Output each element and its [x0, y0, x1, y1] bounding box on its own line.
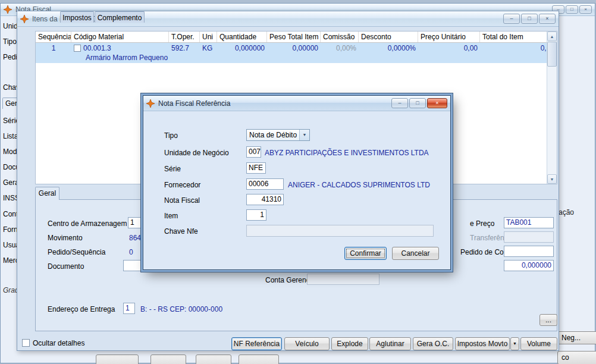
- conta-gerencial-input[interactable]: [307, 274, 379, 285]
- nota-fiscal-referencia-dialog: Nota Fiscal Referência – □ × Tipo Nota d…: [143, 95, 451, 270]
- codigo-value: 00.001.3: [83, 44, 111, 52]
- tabela-preco-input[interactable]: TAB001: [504, 217, 554, 228]
- column-header[interactable]: Sequência: [36, 32, 71, 42]
- centro-armazenagem-label: Centro de Armazenagem: [48, 219, 127, 228]
- tipo-select[interactable]: Nota de Débito ▼: [246, 129, 310, 141]
- veiculo-button[interactable]: Veículo: [284, 337, 330, 350]
- cut-button-fragment[interactable]: [239, 354, 279, 364]
- close-icon[interactable]: ×: [579, 5, 592, 14]
- scroll-up-icon[interactable]: ▲: [547, 32, 557, 41]
- column-header[interactable]: Peso Total Item: [267, 32, 321, 42]
- ellipsis-button[interactable]: ...: [539, 314, 557, 326]
- explode-button[interactable]: Explode: [331, 337, 368, 350]
- serie-input[interactable]: NFE: [246, 162, 266, 174]
- close-icon[interactable]: ×: [427, 98, 447, 108]
- cell-peso-total: 0,00000: [267, 43, 321, 63]
- tab-impostos[interactable]: Impostos: [60, 11, 94, 23]
- ocultar-detalhes-checkbox[interactable]: [22, 339, 30, 347]
- column-header[interactable]: Comissão: [321, 32, 359, 42]
- gera-oc-button[interactable]: Gera O.C.: [413, 337, 453, 350]
- tab-geral[interactable]: Geral: [35, 187, 59, 200]
- tipo-label: Tipo: [164, 131, 178, 140]
- cut-button-fragment[interactable]: [96, 354, 139, 364]
- tipo-select-value: Nota de Débito: [247, 131, 299, 139]
- chave-nfe-input[interactable]: [246, 225, 434, 237]
- endereco-num-input[interactable]: 1: [123, 303, 135, 314]
- column-header[interactable]: Quantidade: [217, 32, 267, 42]
- impostos-movto-dropdown-icon[interactable]: ▼: [510, 337, 519, 350]
- documento-label: Documento: [48, 262, 84, 271]
- cell-total-item: 0,00: [480, 43, 557, 63]
- cell-comissao: 0,00%: [321, 43, 359, 63]
- cell-codigo-material: 00.001.3 Armário Marrom Pequeno: [71, 43, 169, 63]
- dialog-titlebar: Nota Fiscal Referência – □ ×: [143, 96, 450, 111]
- fornecedor-name: ANIGER - CALCADOS SUPRIMENTOS LTD: [288, 181, 430, 189]
- nota-fiscal-input[interactable]: 41310: [246, 194, 284, 205]
- maximize-icon[interactable]: □: [409, 98, 426, 108]
- item-label: Item: [164, 212, 178, 220]
- endereco-entrega-label: Endereço de Entrega: [48, 305, 115, 313]
- endereco-text: B: - - RS CEP: 00000-000: [140, 305, 222, 313]
- movimento-label: Movimento: [48, 234, 83, 242]
- cell-uni: KG: [200, 43, 217, 63]
- cell-sequencia: 1: [36, 43, 71, 63]
- transferencia-input[interactable]: [504, 231, 554, 243]
- dialog-title: Nota Fiscal Referência: [158, 99, 230, 108]
- aglutinar-button[interactable]: Aglutinar: [369, 337, 411, 350]
- row-checkbox[interactable]: [74, 45, 81, 52]
- cell-preco-unitario: 0,00: [418, 43, 480, 63]
- cell-desconto: 0,0000%: [359, 43, 418, 63]
- unidade-negocio-label: Unidade de Negócio: [164, 149, 229, 157]
- maximize-icon[interactable]: □: [521, 14, 538, 24]
- unidade-negocio-input[interactable]: 007: [246, 146, 261, 158]
- button-fragment-neg[interactable]: Neg...: [557, 331, 596, 344]
- close-icon[interactable]: ×: [539, 14, 556, 24]
- centro-armazenagem-input[interactable]: 1: [128, 217, 143, 228]
- cell-toper: 592.7: [169, 43, 200, 63]
- impostos-movto-button[interactable]: Impostos Movto: [455, 337, 510, 350]
- minimize-icon[interactable]: –: [391, 98, 408, 108]
- unidade-negocio-name: ABYZ PARTICIPAÇÕES E INVESTIMENTOS LTDA: [265, 149, 429, 157]
- app-icon: [20, 15, 29, 23]
- pedido-sequencia-label: Pedido/Sequência: [48, 248, 105, 256]
- descricao-value: Armário Marrom Pequeno: [74, 54, 167, 62]
- tab-complemento[interactable]: Complemento: [95, 11, 145, 23]
- pedido-compra-input[interactable]: [504, 246, 554, 257]
- minimize-icon[interactable]: –: [503, 14, 520, 24]
- cut-button-fragment[interactable]: [150, 354, 186, 364]
- app-icon: [4, 5, 12, 14]
- chave-nfe-label: Chave Nfe: [164, 227, 198, 236]
- pedido-sequencia-value: 0: [129, 248, 133, 256]
- vertical-scrollbar[interactable]: ▲ ▼: [547, 32, 557, 184]
- volume-button[interactable]: Volume: [520, 337, 557, 350]
- column-header[interactable]: Código Material: [71, 32, 169, 42]
- tabela-preco-label: e Preço: [470, 219, 494, 228]
- button-fragment-co[interactable]: co: [557, 351, 596, 364]
- table-row[interactable]: 1 00.001.3 Armário Marrom Pequeno 592.7 …: [36, 43, 557, 63]
- serie-label: Série: [164, 165, 181, 173]
- table-header-row: Sequência Código Material T.Oper. Uni Qu…: [36, 32, 557, 43]
- combo-arrow-icon[interactable]: ▼: [299, 130, 309, 140]
- maximize-icon[interactable]: □: [566, 5, 578, 14]
- cut-button-fragment[interactable]: [196, 354, 231, 364]
- scrollbar-thumb[interactable]: [547, 42, 557, 67]
- scroll-down-icon[interactable]: ▼: [547, 174, 557, 184]
- app-icon: [146, 99, 155, 108]
- confirmar-button[interactable]: Confirmar: [344, 247, 387, 260]
- nota-fiscal-label: Nota Fiscal: [164, 196, 200, 205]
- cell-quantidade: 0,000000: [217, 43, 267, 63]
- quantidade-input[interactable]: 0,000000: [504, 260, 554, 271]
- column-header[interactable]: T.Oper.: [169, 32, 200, 42]
- column-header[interactable]: Total do Item: [480, 32, 557, 42]
- column-header[interactable]: Uni: [200, 32, 217, 42]
- fornecedor-input[interactable]: 00006: [246, 178, 284, 190]
- column-header[interactable]: Desconto: [359, 32, 418, 42]
- fornecedor-label: Fornecedor: [164, 181, 200, 189]
- nf-referencia-button[interactable]: NF Referência: [231, 337, 282, 350]
- item-input[interactable]: 1: [246, 209, 266, 221]
- ocultar-detalhes-label: Ocultar detalhes: [33, 339, 84, 347]
- cancelar-button[interactable]: Cancelar: [392, 247, 439, 260]
- label-fragment-acao: ação: [559, 208, 574, 216]
- column-header[interactable]: Preço Unitário: [418, 32, 480, 42]
